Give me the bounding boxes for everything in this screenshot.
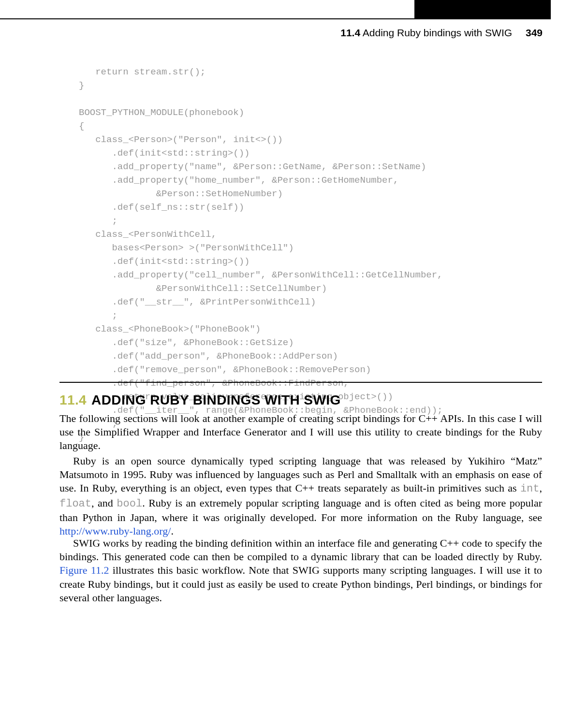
figure-11-2-link[interactable]: Figure 11.2 (59, 564, 109, 576)
running-head: 11.4 Adding Ruby bindings with SWIG 349 (340, 27, 543, 39)
para3-text-b: illustrates this basic workflow. Note th… (59, 564, 542, 603)
inline-code-int: int (520, 483, 540, 495)
paragraph-3: SWIG works by reading the binding defini… (59, 536, 542, 605)
para2-text-c: , and (91, 497, 117, 509)
paragraph-2: Ruby is an open source dynamically typed… (59, 454, 542, 538)
section-title: ADDING RUBY BINDINGS WITH SWIG (91, 392, 340, 407)
header-section-number: 11.4 (340, 27, 360, 38)
para3-text-a: SWIG works by reading the binding defini… (59, 537, 542, 563)
inline-code-bool: bool (117, 498, 142, 510)
section-heading: 11.4ADDING RUBY BINDINGS WITH SWIG (59, 392, 341, 408)
section-rule (59, 382, 542, 383)
header-rule (0, 18, 551, 19)
header-section-title: Adding Ruby bindings with SWIG (363, 27, 512, 38)
section-number: 11.4 (59, 392, 87, 407)
code-listing: return stream.str(); } BOOST_PYTHON_MODU… (79, 65, 528, 444)
page-number: 349 (526, 27, 543, 38)
inline-code-float: float (59, 498, 91, 510)
ruby-lang-link[interactable]: http://www.ruby-lang.org/ (59, 525, 171, 537)
top-corner-accent (414, 0, 551, 18)
para2-text-e: . (171, 525, 174, 537)
paragraph-1: The following sections will look at anot… (59, 412, 542, 453)
para2-text-a: Ruby is an open source dynamically typed… (59, 455, 542, 494)
para2-text-b: , (540, 482, 543, 494)
